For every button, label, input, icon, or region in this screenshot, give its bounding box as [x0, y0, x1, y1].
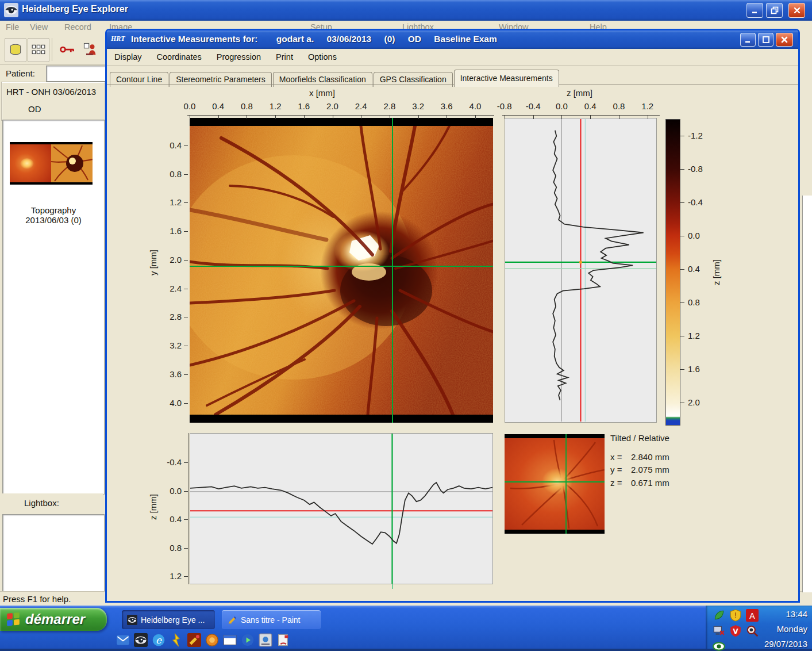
- thumbnail-caption[interactable]: Topography 2013/06/03 (0): [3, 205, 104, 225]
- z-axis-line: [502, 115, 660, 116]
- eye-care-icon[interactable]: [713, 640, 725, 651]
- paint-tools-icon[interactable]: [187, 633, 201, 647]
- exam-panel: HRT - ONH 03/06/2013 OD: [1, 82, 105, 121]
- task-button-2[interactable]: Sans titre - Paint: [222, 610, 321, 629]
- bottom-z-tick-label: 0.8: [159, 543, 182, 553]
- bottom-z-tick-label: 0.0: [159, 486, 182, 496]
- colorbar-tick-label: 0.0: [688, 231, 700, 240]
- dialog-menu-options[interactable]: Options: [301, 49, 344, 64]
- x-tick-mark: [361, 115, 361, 119]
- y-axis-title: y [mm]: [148, 250, 158, 275]
- mail-icon[interactable]: [116, 633, 130, 647]
- dialog-maximize-button[interactable]: [758, 33, 773, 47]
- y-tick-label: 3.6: [162, 369, 182, 379]
- main-minimize-button[interactable]: [746, 3, 763, 18]
- eye-explorer-icon: [127, 615, 137, 625]
- patient-icon[interactable]: [79, 38, 101, 61]
- acrobat-reader-icon[interactable]: A: [746, 609, 759, 622]
- image-viewer-icon[interactable]: [259, 633, 272, 647]
- media-player-icon[interactable]: [241, 633, 255, 647]
- colorbar-tick-mark: [680, 169, 684, 170]
- colorbar-tick-mark: [680, 202, 684, 203]
- y-tick-label: 4.0: [162, 398, 182, 408]
- x-tick-mark: [390, 115, 390, 119]
- bottom-axis-line: [188, 433, 188, 584]
- dialog-close-button[interactable]: [776, 33, 793, 47]
- z-tick-label: 0.8: [609, 101, 629, 111]
- start-button[interactable]: démarrer: [0, 608, 107, 631]
- readout-mode: Tilted / Relative: [610, 433, 669, 443]
- bottom-z-tick-mark: [184, 548, 188, 549]
- x-tick-mark: [218, 115, 219, 119]
- thumbnail-grid-icon[interactable]: [28, 38, 49, 62]
- dialog-menu-display[interactable]: Display: [107, 49, 149, 64]
- main-restore-button[interactable]: [766, 3, 783, 18]
- dialog-title-exam: Baseline Exam: [434, 34, 497, 44]
- antivirus-v-icon[interactable]: V: [729, 625, 742, 637]
- y-tick-label: 1.2: [162, 197, 182, 207]
- colorbar-tick-label: 0.4: [688, 264, 700, 274]
- main-menu-view[interactable]: View: [30, 22, 48, 32]
- image-crosshair-horizontal[interactable]: [190, 266, 493, 267]
- y-tick-mark: [184, 174, 188, 175]
- main-menu-file[interactable]: File: [6, 22, 19, 32]
- x-tick-label: 1.2: [267, 101, 283, 111]
- lightning-pen-icon[interactable]: [170, 633, 183, 647]
- eye-explorer-icon[interactable]: [134, 633, 148, 647]
- green-leaf-icon[interactable]: [713, 609, 725, 622]
- exam-header: HRT - ONH 03/06/2013: [6, 87, 96, 97]
- svg-text:!: !: [734, 611, 737, 619]
- bottom-z-tick-mark: [184, 576, 188, 577]
- dialog-titlebar[interactable]: HRT Interactive Measurements for: godart…: [107, 30, 798, 49]
- x-tick-mark: [247, 115, 247, 119]
- reflectance-image[interactable]: [505, 434, 605, 534]
- topography-image[interactable]: [190, 118, 493, 423]
- colorbar: [665, 119, 680, 426]
- thumbnail-caption-date: 2013/06/03 (0): [3, 215, 104, 225]
- main-window-titlebar[interactable]: Heidelberg Eye Explorer: [0, 0, 812, 21]
- internet-explorer-icon[interactable]: e: [152, 633, 166, 647]
- flag-document-icon[interactable]: [276, 633, 290, 647]
- dialog-menu-coordinates[interactable]: Coordinates: [149, 49, 209, 64]
- z-tick-mark: [590, 115, 591, 119]
- security-shield-icon[interactable]: !: [729, 609, 742, 622]
- key-icon[interactable]: [56, 38, 78, 61]
- dialog-minimize-button[interactable]: [740, 33, 756, 47]
- z-tick-mark: [619, 115, 619, 119]
- screen-magnifier-icon[interactable]: [746, 625, 759, 637]
- orange-badge-icon[interactable]: [205, 633, 219, 647]
- colorbar-tick-label: -0.8: [688, 164, 703, 174]
- y-tick-mark: [184, 145, 188, 146]
- readout-y-label: y =: [610, 465, 622, 474]
- colorbar-title: z [mm]: [711, 259, 721, 285]
- task-button-1[interactable]: Heidelberg Eye ...: [122, 610, 215, 629]
- bottom-z-tick-mark: [184, 491, 188, 492]
- z-tick-mark: [561, 115, 562, 119]
- colorbar-tick-label: 1.2: [688, 331, 700, 340]
- dialog-menu-progression[interactable]: Progression: [209, 49, 268, 64]
- svg-text:V: V: [733, 627, 738, 635]
- tab-interactive-measurements[interactable]: Interactive Measurements: [454, 70, 559, 87]
- main-close-button[interactable]: [788, 3, 805, 18]
- network-error-icon[interactable]: [713, 625, 725, 637]
- colorbar-tick-mark: [680, 302, 684, 303]
- z-tick-mark: [648, 115, 648, 119]
- z-tick-label: 0.4: [580, 101, 601, 111]
- folder-window-icon[interactable]: [223, 633, 237, 647]
- bottom-z-tick-label: 1.2: [159, 571, 182, 581]
- exam-thumbnail[interactable]: [10, 142, 93, 185]
- dialog-menu-print[interactable]: Print: [268, 49, 301, 64]
- database-icon[interactable]: [5, 38, 26, 62]
- clock-date: 29/07/2013: [764, 639, 807, 649]
- main-menu-record[interactable]: Record: [64, 22, 91, 32]
- readout-y-value: 2.075 mm: [631, 465, 669, 474]
- vertical-profile-plot[interactable]: [505, 118, 657, 423]
- image-crosshair-vertical[interactable]: [392, 118, 393, 423]
- svg-text:e: e: [156, 634, 162, 646]
- y-tick-label: 2.0: [162, 255, 182, 265]
- colorbar-tick-label: -0.4: [688, 197, 703, 207]
- dialog-menubar: DisplayCoordinatesProgressionPrintOption…: [107, 49, 798, 65]
- lightbox-panel[interactable]: [2, 514, 105, 592]
- horizontal-profile-plot[interactable]: [190, 433, 493, 584]
- workspace-edge: [800, 35, 812, 591]
